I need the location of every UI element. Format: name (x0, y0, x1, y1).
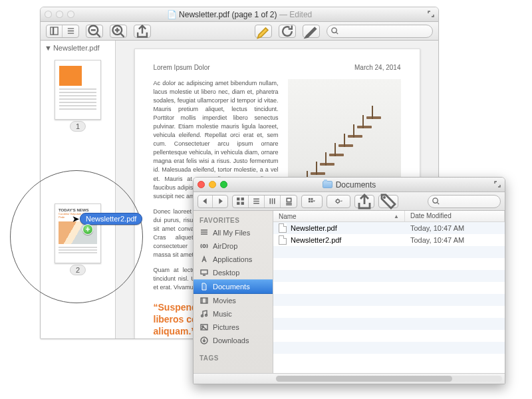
doc-icon: 📄 (167, 10, 177, 19)
movies-icon (200, 296, 209, 305)
close-button[interactable] (45, 11, 52, 18)
sidebar-item-label: Documents (213, 283, 250, 291)
column-date[interactable]: Date Modified (405, 211, 505, 221)
table-row-empty (273, 342, 505, 354)
sidebar-doc-header[interactable]: ▼ Newsletter.pdf (41, 41, 115, 53)
list-view-button[interactable] (249, 196, 265, 207)
close-button[interactable] (198, 181, 205, 188)
sidebar-item-pictures[interactable]: Pictures (194, 321, 273, 334)
table-row-empty (273, 282, 505, 294)
page-header-right: March 24, 2014 (354, 64, 401, 71)
table-row-empty (273, 294, 505, 306)
disclosure-triangle-icon[interactable]: ▼ (45, 44, 52, 52)
page-header-left: Lorem Ipsum Dolor (154, 64, 210, 71)
icon-view-button[interactable] (233, 196, 249, 207)
documents-icon (200, 282, 209, 291)
zoom-in-button[interactable] (110, 25, 127, 38)
minimize-button[interactable] (56, 11, 63, 18)
preview-titlebar[interactable]: 📄 Newsletter.pdf (page 1 of 2) — Edited (41, 7, 438, 22)
table-row-empty (273, 270, 505, 282)
column-view-button[interactable] (265, 196, 281, 207)
zoom-button[interactable] (67, 11, 74, 18)
action-menu[interactable] (327, 195, 350, 208)
zoom-out-button[interactable] (86, 25, 103, 38)
sidebar-item-desktop[interactable]: Desktop (194, 266, 273, 279)
back-button[interactable] (198, 196, 213, 207)
sidebar-item-label: Downloads (213, 336, 249, 344)
finder-titlebar[interactable]: Documents (194, 178, 505, 192)
applications-icon (200, 255, 209, 264)
sidebar-item-label: Music (213, 310, 232, 318)
column-name[interactable]: Name▲ (273, 211, 405, 221)
table-row-empty (273, 246, 505, 258)
share-button[interactable] (134, 25, 151, 38)
tags-button[interactable] (378, 195, 398, 208)
svg-rect-12 (308, 201, 310, 203)
fullscreen-icon[interactable] (494, 181, 501, 188)
coverflow-view-button[interactable] (281, 196, 297, 207)
folder-icon (323, 181, 332, 188)
thumb2-title: TODAY'S NEWS (55, 204, 100, 212)
sidebar-item-movies[interactable]: Movies (194, 294, 273, 307)
file-list-pane: Name▲ Date Modified Newsletter.pdfToday,… (273, 211, 505, 373)
share-menu[interactable] (354, 195, 374, 208)
airdrop-icon (200, 241, 209, 251)
svg-point-16 (433, 198, 438, 202)
finder-title: Documents (194, 180, 505, 190)
sidebar-item-documents[interactable]: Documents (194, 279, 273, 294)
table-row-empty (273, 318, 505, 330)
view-thumbnails-button[interactable] (47, 25, 63, 37)
arrange-menu[interactable] (301, 195, 323, 208)
document-icon (279, 235, 287, 245)
sidebar-item-airdrop[interactable]: AirDrop (194, 239, 273, 253)
zoom-button[interactable] (220, 181, 227, 188)
svg-rect-10 (308, 198, 310, 200)
sidebar-item-applications[interactable]: Applications (194, 253, 273, 266)
sidebar-item-label: Pictures (213, 323, 239, 331)
rotate-button[interactable] (279, 25, 296, 38)
table-row-empty (273, 330, 505, 342)
finder-title-text: Documents (336, 180, 376, 190)
markup-button[interactable] (303, 25, 320, 38)
nav-segment (198, 195, 228, 208)
svg-point-17 (203, 245, 205, 247)
horizontal-scrollbar[interactable] (276, 376, 502, 382)
svg-rect-7 (237, 202, 239, 205)
window-controls (45, 11, 74, 18)
svg-rect-9 (287, 198, 291, 201)
sidebar-item-downloads[interactable]: Downloads (194, 334, 273, 347)
preview-toolbar (41, 22, 438, 41)
page-thumbnail-2[interactable]: TODAY'S NEWS Curabitur Vulputate Viverra… (55, 203, 101, 263)
sidebar-view-segment (46, 25, 79, 38)
page-photo (288, 79, 401, 192)
svg-rect-1 (54, 27, 59, 35)
column-headers: Name▲ Date Modified (273, 211, 505, 222)
sidebar-item-label: AirDrop (213, 242, 237, 250)
title-suffix: — Edited (279, 10, 312, 19)
preview-search (327, 25, 433, 38)
page-thumbnail-1[interactable]: 1 (55, 60, 101, 120)
table-row[interactable]: Newsletter.pdfToday, 10:47 AM (273, 222, 505, 234)
highlight-button[interactable] (255, 25, 272, 38)
svg-rect-11 (311, 198, 313, 200)
sort-asc-icon: ▲ (394, 213, 399, 219)
svg-point-15 (383, 196, 386, 199)
file-date: Today, 10:47 AM (405, 224, 505, 232)
preview-search-input[interactable] (327, 25, 433, 38)
sidebar-item-allmyfiles[interactable]: All My Files (194, 226, 273, 239)
fullscreen-icon[interactable] (428, 11, 434, 17)
svg-rect-5 (237, 198, 239, 200)
svg-rect-13 (311, 201, 313, 203)
forward-button[interactable] (213, 196, 227, 207)
view-list-button[interactable] (63, 25, 78, 37)
svg-point-20 (201, 315, 203, 317)
svg-rect-18 (201, 270, 207, 274)
table-row[interactable]: Newsletter2.pdfToday, 10:47 AM (273, 234, 505, 246)
view-mode-segment (232, 195, 297, 208)
favorites-header: FAVORITES (194, 213, 273, 226)
desktop-icon (200, 268, 209, 277)
search-icon (432, 197, 440, 205)
sidebar-item-music[interactable]: Music (194, 307, 273, 321)
page-thumbnail-1-label: 1 (70, 121, 86, 132)
minimize-button[interactable] (209, 181, 216, 188)
